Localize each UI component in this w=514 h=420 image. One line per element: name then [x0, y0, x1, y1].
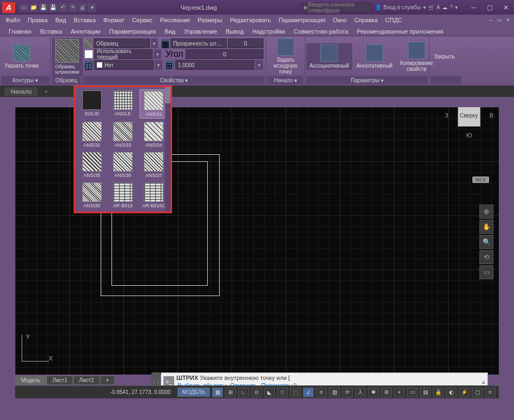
hardware-accel[interactable]: ⚡ — [459, 388, 470, 397]
maximize-button[interactable]: ▢ — [482, 2, 498, 14]
quickprops-toggle[interactable]: ▤ — [420, 388, 431, 397]
workspace-switch[interactable]: ⚙ — [381, 388, 392, 397]
open-icon[interactable]: 📁 — [29, 3, 38, 12]
coordinates[interactable]: -0.8541, 27.1773, 0.0000 — [110, 389, 171, 395]
menu-вставка[interactable]: Вставка — [70, 16, 99, 24]
pattern-ansi31[interactable]: ANSI31 — [140, 89, 168, 119]
set-origin-button[interactable]: Задать исходную точку — [267, 37, 304, 76]
menu-вид[interactable]: Вид — [52, 16, 69, 24]
type-dropdown-icon[interactable]: ▾ — [151, 38, 158, 48]
transparency-toggle[interactable]: ▨ — [329, 388, 340, 397]
pattern-ar-b816[interactable]: AR-B816 — [108, 181, 137, 209]
pattern-ansi37[interactable]: ANSI37 — [140, 151, 168, 179]
pick-points-button[interactable]: Указать точки — [1, 43, 42, 70]
grid-toggle[interactable]: ▦ — [212, 388, 223, 397]
print-icon[interactable]: 🖨 — [78, 3, 87, 12]
cloud-icon[interactable]: ☁ — [442, 4, 447, 10]
pan-icon[interactable]: ✋ — [479, 220, 493, 234]
orbit-icon[interactable]: ⟲ — [479, 250, 493, 264]
qat-dropdown-icon[interactable]: ▾ — [88, 3, 96, 12]
pattern-ansi35[interactable]: ANSI35 — [77, 151, 106, 179]
polar-toggle[interactable]: ⊙ — [251, 388, 262, 397]
clean-screen[interactable]: ▢ — [472, 388, 483, 397]
menu-параметризация[interactable]: Параметризация — [275, 16, 328, 24]
doc-close[interactable]: ✕ — [504, 16, 512, 24]
lock-ui[interactable]: 🔒 — [433, 388, 444, 397]
pattern-ar-b816c[interactable]: AR-B816C — [140, 181, 168, 209]
otrack-toggle[interactable]: ∠ — [303, 388, 314, 397]
fullnav-icon[interactable]: ⊕ — [479, 205, 493, 219]
menu-редактировать[interactable]: Редактировать — [227, 16, 274, 24]
ribbon-tab-8[interactable]: Совместная работа — [289, 27, 353, 36]
layout-tab-лист1[interactable]: Лист1 — [47, 376, 73, 385]
isodraft-toggle[interactable]: ◣ — [264, 388, 275, 397]
login-dropdown-icon[interactable]: ▾ — [423, 4, 426, 10]
doc-tab-add[interactable]: + — [38, 87, 54, 96]
units-toggle[interactable]: ▭ — [407, 388, 418, 397]
help-dropdown-icon[interactable]: ▾ — [455, 4, 458, 10]
ribbon-tab-7[interactable]: Надстройки — [248, 27, 289, 36]
snap-toggle[interactable]: ⊞ — [225, 388, 236, 397]
menu-рисование[interactable]: Рисование — [157, 16, 193, 24]
search-input[interactable]: ▶ Введите ключевое слово/фразу — [301, 3, 372, 12]
menu-правка[interactable]: Правка — [24, 16, 51, 24]
ribbon-tab-3[interactable]: Параметризация — [105, 27, 160, 36]
popup-scroll-thumb[interactable] — [165, 87, 170, 103]
panel-origin-title[interactable]: Начало ▾ — [267, 76, 304, 84]
popup-scrollbar[interactable] — [165, 87, 170, 212]
undo-icon[interactable]: ↶ — [58, 3, 67, 12]
model-space-button[interactable]: МОДЕЛЬ — [177, 388, 210, 397]
pattern-angle[interactable]: ANGLE — [108, 89, 137, 119]
viewcube-west[interactable]: З — [445, 112, 449, 119]
scale-dropdown-icon[interactable]: ▾ — [255, 60, 263, 70]
cart-icon[interactable]: 🛒 — [428, 4, 434, 10]
annotative-button[interactable]: Аннотативный — [353, 43, 396, 70]
user-icon[interactable]: 👤 — [375, 4, 381, 10]
annotation-visibility[interactable]: ✱ — [368, 388, 379, 397]
3dosnap-toggle[interactable]: ⬚ — [290, 388, 301, 397]
transparency-value[interactable]: 0 — [228, 38, 263, 48]
ribbon-tab-2[interactable]: Аннотации — [67, 27, 105, 36]
layout-tab-модель[interactable]: Модель — [15, 376, 47, 385]
selection-cycling[interactable]: ⟳ — [342, 388, 353, 397]
ribbon-tab-5[interactable]: Управление — [180, 27, 221, 36]
help-icon[interactable]: ? — [450, 4, 453, 10]
menu-сервис[interactable]: Сервис — [129, 16, 156, 24]
customize-status[interactable]: ≡ — [485, 388, 496, 397]
ribbon-tab-9[interactable]: Рекомендованные приложения — [353, 27, 448, 36]
lineweight-toggle[interactable]: ≡ — [316, 388, 327, 397]
pattern-ansi36[interactable]: ANSI36 — [108, 151, 137, 179]
app-logo[interactable]: A — [2, 2, 15, 13]
pattern-ansi33[interactable]: ANSI33 — [108, 121, 137, 149]
menu-формат[interactable]: Формат — [100, 16, 128, 24]
layout-tab-+[interactable]: + — [100, 376, 115, 385]
ucs-badge[interactable]: МСК — [472, 176, 489, 183]
isolate-objects[interactable]: ◐ — [446, 388, 457, 397]
menu-спдс[interactable]: СПДС — [382, 16, 405, 24]
ortho-toggle[interactable]: ∟ — [238, 388, 249, 397]
transparency-select[interactable]: Прозрачность шт… — [170, 38, 227, 48]
pattern-ansi34[interactable]: ANSI34 — [140, 121, 168, 149]
doc-restore[interactable]: ▭ — [496, 16, 503, 24]
layout-tab-лист2[interactable]: Лист2 — [73, 376, 100, 385]
bgcolor-dropdown-icon[interactable]: ▾ — [155, 60, 162, 70]
panel-pattern-title[interactable]: Образец — [52, 76, 81, 84]
menu-размеры[interactable]: Размеры — [194, 16, 226, 24]
minimize-button[interactable]: ─ — [465, 2, 482, 14]
viewcube[interactable]: С З Сверху В Ю — [445, 113, 493, 167]
bgcolor-select[interactable]: Нет — [94, 60, 154, 70]
viewcube-face[interactable]: Сверху — [458, 107, 480, 127]
osnap-toggle[interactable]: □ — [277, 388, 288, 397]
color-dropdown-icon[interactable]: ▾ — [154, 49, 161, 59]
doc-tab-start[interactable]: Начало — [4, 87, 38, 96]
panel-options-title[interactable]: Параметры ▾ — [306, 76, 428, 84]
saveas-icon[interactable]: 💾 — [49, 3, 57, 12]
close-hatch-button[interactable]: Закрыть — [431, 52, 458, 61]
ribbon-tab-6[interactable]: Вывод — [221, 27, 248, 36]
login-link[interactable]: Вход в службы — [384, 4, 421, 10]
menu-файл[interactable]: Файл — [2, 16, 23, 24]
panel-contours-title[interactable]: Контуры ▾ — [1, 76, 49, 84]
pattern-solid[interactable]: SOLID — [77, 89, 106, 119]
zoom-icon[interactable]: 🔍 — [479, 235, 493, 249]
annotation-scale[interactable]: 人 — [355, 388, 366, 397]
